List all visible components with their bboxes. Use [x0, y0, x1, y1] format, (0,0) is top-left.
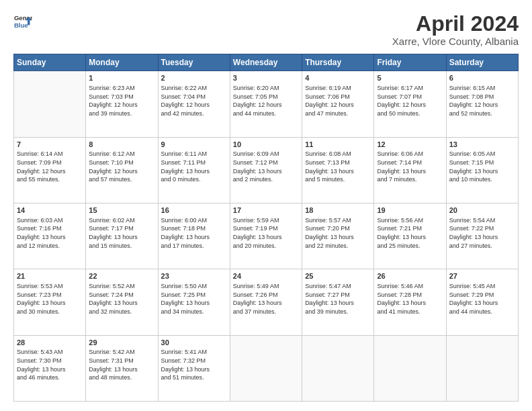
table-row: 29Sunrise: 5:42 AM Sunset: 7:31 PM Dayli…	[86, 335, 158, 401]
table-row: 19Sunrise: 5:56 AM Sunset: 7:21 PM Dayli…	[374, 203, 446, 269]
day-info: Sunrise: 5:54 AM Sunset: 7:22 PM Dayligh…	[449, 216, 515, 250]
day-number: 21	[17, 271, 83, 281]
table-row: 5Sunrise: 6:17 AM Sunset: 7:07 PM Daylig…	[374, 71, 446, 137]
day-info: Sunrise: 5:41 AM Sunset: 7:32 PM Dayligh…	[161, 348, 227, 381]
table-row	[14, 71, 86, 137]
day-info: Sunrise: 6:20 AM Sunset: 7:05 PM Dayligh…	[233, 84, 299, 118]
day-number: 20	[449, 205, 515, 216]
day-number: 6	[449, 73, 515, 83]
day-info: Sunrise: 6:12 AM Sunset: 7:10 PM Dayligh…	[89, 150, 154, 183]
day-info: Sunrise: 5:45 AM Sunset: 7:29 PM Dayligh…	[449, 282, 515, 316]
day-number: 29	[89, 338, 154, 348]
day-info: Sunrise: 6:15 AM Sunset: 7:08 PM Dayligh…	[449, 84, 515, 118]
table-row	[446, 335, 518, 401]
day-info: Sunrise: 6:00 AM Sunset: 7:18 PM Dayligh…	[161, 216, 227, 250]
col-monday: Monday	[86, 54, 158, 71]
day-number: 17	[233, 205, 299, 216]
day-info: Sunrise: 5:49 AM Sunset: 7:26 PM Dayligh…	[233, 282, 299, 316]
table-row: 13Sunrise: 6:05 AM Sunset: 7:15 PM Dayli…	[446, 137, 518, 203]
table-row: 27Sunrise: 5:45 AM Sunset: 7:29 PM Dayli…	[446, 269, 518, 335]
day-number: 14	[17, 205, 83, 216]
day-number: 30	[161, 338, 227, 348]
title-block: April 2024 Xarre, Vlore County, Albania	[392, 12, 519, 47]
day-info: Sunrise: 6:03 AM Sunset: 7:16 PM Dayligh…	[17, 216, 83, 250]
calendar-header-row: Sunday Monday Tuesday Wednesday Thursday…	[14, 54, 519, 71]
col-saturday: Saturday	[446, 54, 518, 71]
day-info: Sunrise: 5:50 AM Sunset: 7:25 PM Dayligh…	[161, 282, 227, 316]
day-number: 13	[449, 140, 515, 150]
day-number: 15	[89, 205, 154, 216]
svg-text:Blue: Blue	[14, 21, 28, 29]
day-number: 8	[89, 140, 154, 150]
table-row: 17Sunrise: 5:59 AM Sunset: 7:19 PM Dayli…	[230, 203, 302, 269]
day-info: Sunrise: 6:17 AM Sunset: 7:07 PM Dayligh…	[377, 84, 443, 118]
day-number: 4	[305, 73, 371, 83]
table-row: 24Sunrise: 5:49 AM Sunset: 7:26 PM Dayli…	[230, 269, 302, 335]
day-number: 2	[161, 73, 227, 83]
table-row: 14Sunrise: 6:03 AM Sunset: 7:16 PM Dayli…	[14, 203, 86, 269]
day-number: 5	[377, 73, 443, 83]
day-info: Sunrise: 6:06 AM Sunset: 7:14 PM Dayligh…	[377, 150, 443, 183]
day-number: 1	[89, 73, 154, 83]
location-subtitle: Xarre, Vlore County, Albania	[392, 36, 519, 47]
day-info: Sunrise: 5:42 AM Sunset: 7:31 PM Dayligh…	[89, 348, 154, 381]
day-info: Sunrise: 6:14 AM Sunset: 7:09 PM Dayligh…	[17, 150, 83, 183]
table-row: 1Sunrise: 6:23 AM Sunset: 7:03 PM Daylig…	[86, 71, 158, 137]
day-info: Sunrise: 6:22 AM Sunset: 7:04 PM Dayligh…	[161, 84, 227, 118]
day-number: 24	[233, 271, 299, 281]
day-number: 3	[233, 73, 299, 83]
table-row	[374, 335, 446, 401]
header: General Blue April 2024 Xarre, Vlore Cou…	[13, 12, 519, 47]
col-wednesday: Wednesday	[230, 54, 302, 71]
table-row: 15Sunrise: 6:02 AM Sunset: 7:17 PM Dayli…	[86, 203, 158, 269]
day-number: 28	[17, 338, 83, 348]
day-info: Sunrise: 5:52 AM Sunset: 7:24 PM Dayligh…	[89, 282, 154, 316]
day-info: Sunrise: 6:19 AM Sunset: 7:06 PM Dayligh…	[305, 84, 371, 118]
day-number: 10	[233, 140, 299, 150]
table-row: 6Sunrise: 6:15 AM Sunset: 7:08 PM Daylig…	[446, 71, 518, 137]
day-info: Sunrise: 6:05 AM Sunset: 7:15 PM Dayligh…	[449, 150, 515, 183]
table-row	[230, 335, 302, 401]
calendar-week-row: 14Sunrise: 6:03 AM Sunset: 7:16 PM Dayli…	[14, 203, 519, 269]
day-info: Sunrise: 6:09 AM Sunset: 7:12 PM Dayligh…	[233, 150, 299, 183]
table-row: 18Sunrise: 5:57 AM Sunset: 7:20 PM Dayli…	[302, 203, 374, 269]
table-row	[302, 335, 374, 401]
day-number: 11	[305, 140, 371, 150]
table-row: 7Sunrise: 6:14 AM Sunset: 7:09 PM Daylig…	[14, 137, 86, 203]
table-row: 16Sunrise: 6:00 AM Sunset: 7:18 PM Dayli…	[158, 203, 230, 269]
day-info: Sunrise: 5:56 AM Sunset: 7:21 PM Dayligh…	[377, 216, 443, 250]
table-row: 20Sunrise: 5:54 AM Sunset: 7:22 PM Dayli…	[446, 203, 518, 269]
table-row: 2Sunrise: 6:22 AM Sunset: 7:04 PM Daylig…	[158, 71, 230, 137]
table-row: 8Sunrise: 6:12 AM Sunset: 7:10 PM Daylig…	[86, 137, 158, 203]
day-info: Sunrise: 6:08 AM Sunset: 7:13 PM Dayligh…	[305, 150, 371, 183]
day-number: 19	[377, 205, 443, 216]
day-number: 22	[89, 271, 154, 281]
day-number: 9	[161, 140, 227, 150]
table-row: 28Sunrise: 5:43 AM Sunset: 7:30 PM Dayli…	[14, 335, 86, 401]
table-row: 21Sunrise: 5:53 AM Sunset: 7:23 PM Dayli…	[14, 269, 86, 335]
day-number: 23	[161, 271, 227, 281]
day-info: Sunrise: 5:53 AM Sunset: 7:23 PM Dayligh…	[17, 282, 83, 316]
day-info: Sunrise: 5:43 AM Sunset: 7:30 PM Dayligh…	[17, 348, 83, 381]
day-number: 7	[17, 140, 83, 150]
day-info: Sunrise: 6:02 AM Sunset: 7:17 PM Dayligh…	[89, 216, 154, 250]
logo-icon: General Blue	[13, 12, 32, 31]
day-number: 12	[377, 140, 443, 150]
table-row: 22Sunrise: 5:52 AM Sunset: 7:24 PM Dayli…	[86, 269, 158, 335]
table-row: 3Sunrise: 6:20 AM Sunset: 7:05 PM Daylig…	[230, 71, 302, 137]
table-row: 10Sunrise: 6:09 AM Sunset: 7:12 PM Dayli…	[230, 137, 302, 203]
day-info: Sunrise: 5:59 AM Sunset: 7:19 PM Dayligh…	[233, 216, 299, 250]
month-year-title: April 2024	[392, 12, 519, 36]
calendar-week-row: 28Sunrise: 5:43 AM Sunset: 7:30 PM Dayli…	[14, 335, 519, 401]
calendar-week-row: 21Sunrise: 5:53 AM Sunset: 7:23 PM Dayli…	[14, 269, 519, 335]
table-row: 30Sunrise: 5:41 AM Sunset: 7:32 PM Dayli…	[158, 335, 230, 401]
day-number: 25	[305, 271, 371, 281]
day-info: Sunrise: 5:47 AM Sunset: 7:27 PM Dayligh…	[305, 282, 371, 316]
day-info: Sunrise: 6:11 AM Sunset: 7:11 PM Dayligh…	[161, 150, 227, 183]
day-info: Sunrise: 5:57 AM Sunset: 7:20 PM Dayligh…	[305, 216, 371, 250]
col-tuesday: Tuesday	[158, 54, 230, 71]
day-number: 26	[377, 271, 443, 281]
day-number: 16	[161, 205, 227, 216]
day-info: Sunrise: 5:46 AM Sunset: 7:28 PM Dayligh…	[377, 282, 443, 316]
calendar-week-row: 1Sunrise: 6:23 AM Sunset: 7:03 PM Daylig…	[14, 71, 519, 137]
